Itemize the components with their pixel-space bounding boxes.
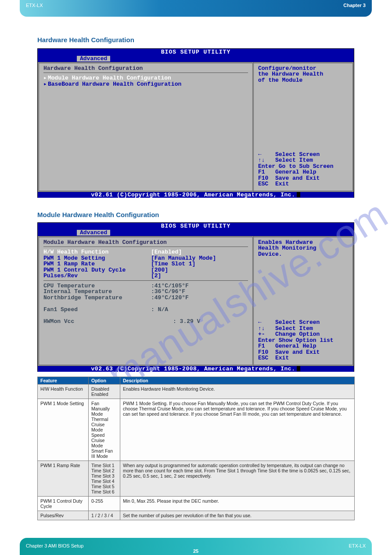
bios1-help: ← Select Screen ↑↓ Select Item Enter Go … [258,152,348,187]
bios2-desc-1: Health Monitoring [258,245,348,251]
bios2-left-panel: Module Hardware Health Configuration H/W… [38,236,254,366]
bios2-tab-row: Advanced [38,230,354,236]
bios1-title: BIOS SETUP UTILITY [38,49,354,56]
th-option: Option [89,377,120,385]
bios2-setting-0[interactable]: H/W Health Function[Enabled] [43,249,248,255]
table-row: PWM 1 Mode Setting Fan Manually Mode The… [38,399,355,461]
bios1-left-panel: Hardware Health Configuration ▸Module Ha… [38,62,254,192]
bios2-panel-title: Module Hardware Health Configuration [43,239,248,246]
bios1-desc-0: Configure/monitor [258,65,348,72]
section-title-2: Module Hardware Health Configuration [37,211,159,218]
bios1-panel-title: Hardware Health Configuration [43,65,248,72]
th-description: Description [120,377,355,385]
bios2-desc-2: Device. [258,251,348,258]
bios2-desc-0: Enables Hardware [258,239,348,246]
table-row: PWM 1 Control Duty Cycle 0-255 Min 0, Ma… [38,497,355,511]
section-title-1: Hardware Health Configuration [37,36,134,44]
bios2-tab-advanced: Advanced [77,230,110,236]
header-right: Chapter 3 [343,3,366,14]
bios-screenshot-2: BIOS SETUP UTILITY Advanced Module Hardw… [37,222,354,372]
bios1-tab-row: Advanced [38,56,354,62]
bios2-reading-2: Northbridge Temperature:49°C/120°F [43,295,248,301]
footer-left: Chapter 3 AMI BIOS Setup [26,543,83,555]
bios2-setting-4[interactable]: Pulses/Rev[2] [43,273,248,279]
bios1-desc-2: of the Module [258,77,348,83]
table-row: Pulses/Rev 1 / 2 / 3 / 4 Set the number … [38,511,355,520]
bios2-reading-1: Internal Temperature:36°C/96°F [43,289,248,295]
bios-screenshot-1: BIOS SETUP UTILITY Advanced Hardware Hea… [37,48,354,198]
page-number: 25 [193,548,198,554]
bios2-reading-6: HWMon Vcc: 3.29 V [43,319,248,325]
bios1-copyright: v02.61 (C)Copyright 1985-2006, American … [38,192,354,198]
bios2-setting-2[interactable]: PWM 1 Ramp Rate[Time Slot 1] [43,261,248,267]
footer-right: ETX-LX [349,543,366,555]
table-row: H/W Health Function Disabled Enabled Ena… [38,385,355,399]
bios2-right-panel: Enables Hardware Health Monitoring Devic… [254,236,354,366]
bios1-item-1[interactable]: ▸BaseBoard Hardware Health Configuration [43,81,248,87]
options-table: Feature Option Description H/W Health Fu… [37,377,355,520]
bios1-item-0[interactable]: ▸Module Hardware Health Configuration [43,75,248,81]
table-row: PWM 1 Ramp Rate Time Slot 1 Time Slot 2 … [38,461,355,497]
bios1-right-panel: Configure/monitor the Hardware Health of… [254,62,354,192]
bios2-reading-4: Fan1 Speed: N/A [43,307,248,313]
bios2-help: ← Select Screen ↑↓ Select Item +- Change… [258,319,348,361]
page-header: ETX-LX Chapter 3 [20,0,372,17]
header-left: ETX-LX [26,3,43,14]
bios2-title: BIOS SETUP UTILITY [38,223,354,230]
th-feature: Feature [38,377,89,385]
bios1-desc-1: the Hardware Health [258,71,348,77]
bios1-tab-advanced: Advanced [77,56,110,62]
bios2-setting-3[interactable]: PWM 1 Control Duty Cycle[200] [43,267,248,273]
bios2-reading-0: CPU Temperature:41°C/105°F [43,283,248,289]
bios2-copyright: v02.63 (C)Copyright 1985-2008, American … [38,366,354,372]
bios2-setting-1[interactable]: PWM 1 Mode Setting[Fan Manually Mode] [43,255,248,261]
page-footer: Chapter 3 AMI BIOS Setup 25 ETX-LX [20,538,372,555]
